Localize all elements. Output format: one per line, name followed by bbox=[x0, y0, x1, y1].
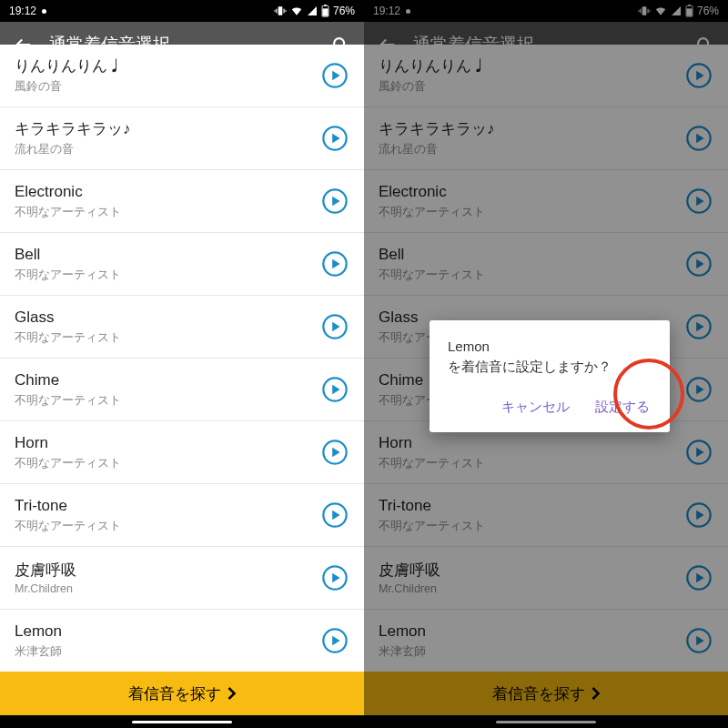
ringtone-row[interactable]: キラキラキラッ♪流れ星の音 bbox=[0, 107, 364, 170]
dialog-cancel-button[interactable]: キャンセル bbox=[498, 393, 573, 421]
play-button[interactable] bbox=[320, 563, 349, 592]
wifi-icon bbox=[654, 5, 667, 17]
play-button[interactable] bbox=[684, 500, 713, 530]
battery-icon bbox=[685, 5, 693, 17]
play-button[interactable] bbox=[320, 187, 349, 216]
svg-rect-19 bbox=[642, 6, 647, 15]
ringtone-row[interactable]: Glass不明なアーティスト bbox=[0, 296, 364, 359]
signal-icon bbox=[307, 5, 318, 16]
home-gesture-pill[interactable] bbox=[496, 721, 596, 723]
ringtone-row[interactable]: キラキラキラッ♪流れ星の音 bbox=[364, 107, 728, 170]
svg-rect-2 bbox=[283, 9, 284, 14]
ringtone-row[interactable]: Electronic不明なアーティスト bbox=[0, 170, 364, 233]
status-time: 19:12 bbox=[373, 5, 400, 17]
svg-rect-7 bbox=[322, 8, 328, 15]
play-button[interactable] bbox=[684, 249, 713, 278]
ringtone-row[interactable]: Electronic不明なアーティスト bbox=[364, 170, 728, 233]
play-button[interactable] bbox=[320, 375, 349, 404]
home-gesture-pill[interactable] bbox=[132, 721, 232, 723]
play-button[interactable] bbox=[684, 61, 713, 90]
play-button[interactable] bbox=[684, 187, 713, 216]
play-button[interactable] bbox=[320, 249, 349, 278]
ringtone-list: りんりんりん♩風鈴の音キラキラキラッ♪流れ星の音Electronic不明なアーテ… bbox=[0, 45, 364, 672]
notification-dot-icon bbox=[42, 9, 46, 14]
ringtone-row[interactable]: Chime不明なアーティスト bbox=[0, 359, 364, 421]
vibrate-icon bbox=[638, 5, 651, 17]
ringtone-title: キラキラキラッ♪ bbox=[15, 119, 320, 138]
ringtone-artist: 不明なアーティスト bbox=[15, 330, 320, 346]
svg-rect-6 bbox=[324, 5, 327, 5]
chevron-right-icon bbox=[227, 686, 237, 701]
battery-percent: 76% bbox=[333, 5, 355, 17]
vibrate-icon bbox=[274, 5, 287, 17]
nav-bar bbox=[364, 715, 728, 728]
svg-rect-23 bbox=[650, 10, 651, 12]
notification-dot-icon bbox=[406, 9, 410, 14]
annotation-highlight-circle bbox=[613, 359, 684, 430]
play-button[interactable] bbox=[320, 626, 349, 655]
play-button[interactable] bbox=[684, 124, 713, 153]
find-ringtone-label: 着信音を探す bbox=[128, 683, 221, 704]
signal-icon bbox=[671, 5, 682, 16]
play-button[interactable] bbox=[684, 626, 713, 655]
ringtone-title: Horn bbox=[379, 433, 684, 452]
ringtone-artist: 流れ星の音 bbox=[15, 142, 320, 157]
nav-bar bbox=[0, 715, 364, 728]
ringtone-row[interactable]: Lemon米津玄師 bbox=[0, 610, 364, 672]
ringtone-row[interactable]: Tri-tone不明なアーティスト bbox=[0, 484, 364, 547]
ringtone-title: Glass bbox=[15, 308, 320, 327]
ringtone-title: Chime bbox=[15, 370, 320, 389]
ringtone-row[interactable]: りんりんりん♩風鈴の音 bbox=[0, 45, 364, 107]
ringtone-row[interactable]: Tri-tone不明なアーティスト bbox=[364, 484, 728, 547]
ringtone-title: Tri-tone bbox=[15, 496, 320, 515]
ringtone-row[interactable]: Bell不明なアーティスト bbox=[0, 233, 364, 296]
play-button[interactable] bbox=[684, 312, 713, 341]
ringtone-title: 皮膚呼吸 bbox=[15, 561, 320, 580]
ringtone-artist: 不明なアーティスト bbox=[379, 519, 684, 534]
play-button[interactable] bbox=[320, 438, 349, 467]
ringtone-title: Lemon bbox=[15, 622, 320, 641]
play-button[interactable] bbox=[684, 375, 713, 404]
ringtone-title: Electronic bbox=[379, 182, 684, 201]
ringtone-row[interactable]: Lemon米津玄師 bbox=[364, 610, 728, 672]
ringtone-title: 皮膚呼吸 bbox=[379, 561, 684, 580]
ringtone-title: Bell bbox=[15, 245, 320, 264]
ringtone-title: Lemon bbox=[379, 622, 684, 641]
play-button[interactable] bbox=[684, 563, 713, 592]
play-button[interactable] bbox=[320, 500, 349, 530]
ringtone-row[interactable]: Horn不明なアーティスト bbox=[0, 421, 364, 484]
ringtone-row[interactable]: りんりんりん♩風鈴の音 bbox=[364, 45, 728, 107]
status-bar: 19:12 76% bbox=[364, 0, 728, 22]
chevron-right-icon bbox=[591, 686, 601, 701]
find-ringtone-button[interactable]: 着信音を探す bbox=[0, 672, 364, 715]
play-button[interactable] bbox=[320, 312, 349, 341]
ringtone-title: Electronic bbox=[15, 182, 320, 201]
ringtone-artist: 不明なアーティスト bbox=[15, 393, 320, 409]
svg-rect-22 bbox=[639, 10, 640, 12]
svg-rect-0 bbox=[278, 6, 283, 15]
find-ringtone-label: 着信音を探す bbox=[492, 683, 585, 704]
status-bar: 19:12 76% bbox=[0, 0, 364, 22]
play-button[interactable] bbox=[320, 61, 349, 90]
ringtone-artist: 風鈴の音 bbox=[379, 79, 684, 95]
svg-rect-20 bbox=[640, 9, 641, 14]
ringtone-artist: 不明なアーティスト bbox=[379, 205, 684, 220]
ringtone-row[interactable]: Bell不明なアーティスト bbox=[364, 233, 728, 296]
find-ringtone-button[interactable]: 着信音を探す bbox=[364, 672, 728, 715]
dialog-line1: Lemon bbox=[448, 337, 653, 357]
svg-rect-3 bbox=[275, 10, 276, 12]
status-time: 19:12 bbox=[9, 5, 36, 17]
play-button[interactable] bbox=[320, 124, 349, 153]
ringtone-artist: 不明なアーティスト bbox=[15, 519, 320, 534]
ringtone-title: りんりんりん♩ bbox=[379, 56, 684, 76]
play-button[interactable] bbox=[684, 438, 713, 467]
phone-screen-right: 19:12 76% bbox=[364, 0, 728, 728]
ringtone-title: りんりんりん♩ bbox=[15, 56, 320, 76]
ringtone-artist: 米津玄師 bbox=[15, 644, 320, 660]
svg-rect-1 bbox=[276, 9, 277, 14]
ringtone-artist: 不明なアーティスト bbox=[15, 205, 320, 220]
ringtone-row[interactable]: 皮膚呼吸Mr.Children bbox=[364, 547, 728, 610]
wifi-icon bbox=[290, 5, 303, 17]
ringtone-row[interactable]: 皮膚呼吸Mr.Children bbox=[0, 547, 364, 610]
svg-rect-21 bbox=[647, 9, 648, 14]
